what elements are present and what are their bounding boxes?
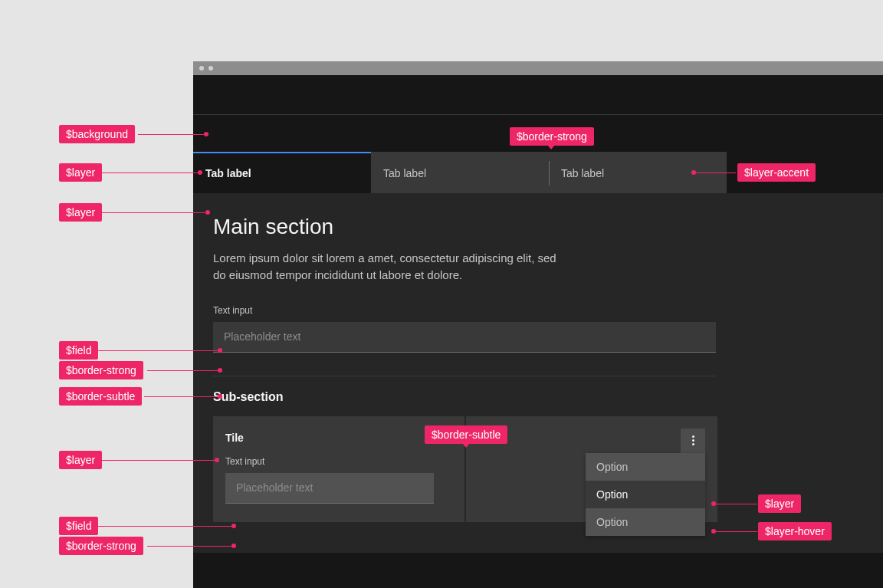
annotation-leader xyxy=(98,212,205,213)
annotation-dot-icon xyxy=(204,132,208,136)
token-tag-border-subtle: $border-subtle xyxy=(59,387,142,406)
annotation-leader xyxy=(138,134,204,135)
annotation-leader xyxy=(696,172,736,173)
annotation-dot-icon xyxy=(231,544,236,548)
annotation-leader xyxy=(716,504,757,504)
tile-text-input[interactable] xyxy=(225,473,434,504)
annotation-dot-icon xyxy=(218,394,222,399)
annotation-caret-icon xyxy=(462,443,470,448)
annotation-leader xyxy=(147,370,218,371)
tab-item[interactable]: Tab label xyxy=(371,152,549,193)
tab-label: Tab label xyxy=(561,167,604,179)
token-tag-field: $field xyxy=(59,517,98,535)
menu-option[interactable]: Option xyxy=(586,508,705,536)
annotation-dot-icon xyxy=(218,368,222,373)
tab-label: Tab label xyxy=(205,167,251,179)
tile-title: Tile xyxy=(225,432,452,444)
annotation-dot-icon xyxy=(711,501,716,506)
token-tag-border-strong: $border-strong xyxy=(59,361,143,379)
token-tag-border-strong: $border-strong xyxy=(510,127,594,146)
annotation-dot-icon xyxy=(231,524,236,528)
annotation-dot-icon xyxy=(691,170,696,175)
divider xyxy=(213,376,716,376)
token-tag-field: $field xyxy=(59,341,98,360)
window-titlebar xyxy=(193,61,883,75)
tab-label: Tab label xyxy=(383,167,426,179)
main-heading: Main section xyxy=(213,215,863,239)
annotation-leader xyxy=(147,546,231,547)
menu-option[interactable]: Option xyxy=(586,453,705,481)
traffic-light-icon xyxy=(199,66,204,71)
token-tag-layer: $layer xyxy=(59,203,102,222)
overflow-menu: Option Option Option xyxy=(586,453,705,536)
annotation-dot-icon xyxy=(215,458,219,462)
token-tag-background: $background xyxy=(59,125,135,143)
input-label: Text input xyxy=(225,456,452,467)
token-tag-border-strong: $border-strong xyxy=(59,537,143,555)
main-body: Lorem ipsum dolor sit lorem a amet, cons… xyxy=(213,250,566,284)
token-tag-layer: $layer xyxy=(59,451,102,469)
annotation-dot-icon xyxy=(205,210,210,215)
annotation-dot-icon xyxy=(711,529,716,534)
annotation-dot-icon xyxy=(198,170,202,175)
annotation-caret-icon xyxy=(547,145,555,149)
sub-heading: Sub-section xyxy=(213,390,863,404)
token-tag-layer-hover: $layer-hover xyxy=(758,522,832,540)
overflow-icon xyxy=(692,435,694,445)
annotation-leader xyxy=(98,172,198,173)
token-tag-layer: $layer xyxy=(59,163,102,182)
main-text-input[interactable] xyxy=(213,322,716,353)
traffic-light-icon xyxy=(208,66,213,71)
annotation-dot-icon xyxy=(218,348,222,353)
token-tag-layer-accent: $layer-accent xyxy=(737,163,816,182)
token-tag-layer: $layer xyxy=(758,494,801,513)
annotation-leader xyxy=(98,460,215,461)
app-header xyxy=(193,75,883,115)
menu-option[interactable]: Option xyxy=(586,481,705,508)
token-tag-border-subtle: $border-subtle xyxy=(425,425,507,444)
annotation-leader xyxy=(94,526,231,527)
input-label: Text input xyxy=(213,305,863,316)
annotation-leader xyxy=(144,396,218,397)
overflow-menu-button[interactable] xyxy=(681,429,705,453)
annotation-leader xyxy=(716,531,757,532)
annotation-leader xyxy=(94,350,218,351)
tab-item[interactable]: Tab label xyxy=(193,152,371,193)
